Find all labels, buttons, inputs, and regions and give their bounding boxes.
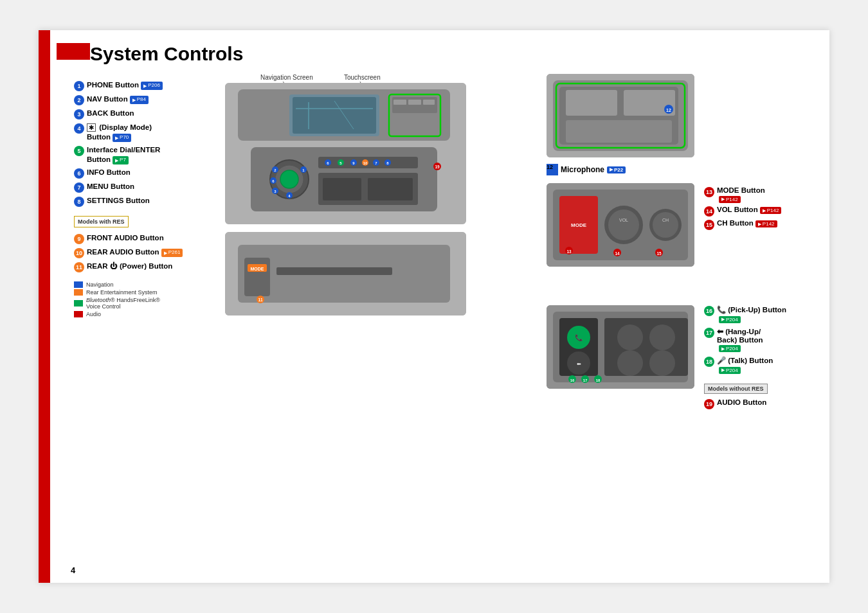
label-5: Interface Dial/ENTERButtonP7 [87, 145, 160, 164]
legend-color-audio [74, 311, 83, 317]
svg-point-71 [653, 212, 678, 238]
car-interior-diagram: 2 1 6 3 4 6 5 9 10 7 [225, 83, 466, 224]
page-title: System Controls [90, 43, 243, 65]
num-14: 14 [704, 206, 714, 217]
label-11: REAR ⏻ (Power) Button [87, 262, 172, 271]
num-18: 18 [704, 357, 714, 367]
ref-4[interactable]: P70 [113, 134, 131, 141]
svg-text:10: 10 [363, 161, 368, 165]
svg-text:📞: 📞 [575, 333, 583, 342]
svg-text:14: 14 [615, 251, 620, 256]
ref-14[interactable]: P142 [760, 207, 782, 214]
svg-rect-10 [392, 97, 437, 113]
phone-svg: 📞 ⬅ 16 17 18 [547, 305, 694, 389]
phone-controls-photo: 📞 ⬅ 16 17 18 [547, 305, 694, 389]
right-item-16: 16 📞 (Pick-Up) Button P204 [704, 305, 845, 323]
audio-svg: MODE VOL CH 13 14 15 [547, 183, 694, 267]
svg-text:16: 16 [570, 378, 575, 382]
num-8: 8 [74, 197, 84, 207]
right-phone-controls-text: 16 📞 (Pick-Up) Button P204 17 ⬅ (Hang-Up… [704, 305, 845, 412]
ref-17[interactable]: P204 [719, 345, 741, 352]
num-4: 4 [74, 123, 84, 134]
label-7: MENU Button [87, 182, 134, 191]
svg-rect-13 [423, 100, 435, 105]
right-item-18: 18 🎤 (Talk) Button P204 [704, 356, 845, 374]
num-2: 2 [74, 95, 84, 105]
legend-color-rear [74, 289, 83, 296]
num-19: 19 [704, 399, 714, 409]
legend-text-audio: Audio [86, 311, 101, 317]
svg-text:12: 12 [666, 108, 671, 112]
control-item-11: 11 REAR ⏻ (Power) Button [74, 262, 225, 272]
control-item-2: 2 NAV ButtonP84 [74, 94, 225, 105]
models-without-res: Models without RES 19 AUDIO Button [704, 382, 845, 409]
num-16: 16 [704, 306, 714, 316]
car-svg: 2 1 6 3 4 6 5 9 10 7 [225, 83, 466, 224]
right-item-19: 19 AUDIO Button [704, 398, 845, 409]
ref-13[interactable]: P142 [719, 196, 741, 203]
svg-point-68 [608, 209, 639, 240]
title-bar-red [57, 43, 90, 60]
svg-point-87 [617, 324, 643, 350]
label-18: 🎤 (Talk) Button P204 [717, 356, 773, 374]
svg-text:⬅: ⬅ [577, 361, 581, 367]
control-item-3: 3 BACK Button [74, 109, 225, 120]
ref-10[interactable]: P261 [161, 249, 183, 256]
control-item-8: 8 SETTINGS Button [74, 196, 225, 207]
ref-5[interactable]: P7 [113, 156, 129, 164]
audio-controls-photo: MODE VOL CH 13 14 15 [547, 183, 694, 267]
label-15: CH ButtonP142 [717, 219, 777, 228]
microphone-label-area: 12 Microphone P22 [547, 164, 626, 175]
control-item-6: 6 INFO Button [74, 168, 225, 179]
right-item-14: 14 VOL ButtonP142 [704, 206, 845, 217]
microphone-text: Microphone [561, 165, 604, 174]
res-diagram: MODE 11 [225, 232, 466, 315]
svg-text:17: 17 [583, 378, 588, 382]
legend-color-bt [74, 300, 83, 306]
red-sidebar: Quick Reference Guide [39, 30, 50, 583]
svg-rect-59 [566, 120, 672, 143]
models-without-res-label: Models without RES [704, 384, 768, 394]
page-number: 4 [71, 565, 75, 575]
svg-rect-43 [368, 178, 413, 200]
ref-12[interactable]: P22 [607, 166, 626, 173]
svg-rect-5 [293, 97, 376, 134]
ref-1[interactable]: P206 [141, 82, 163, 89]
label-1: PHONE ButtonP206 [87, 80, 163, 90]
label-17: ⬅ (Hang-Up/Back) Button P204 [717, 327, 763, 353]
overhead-console-photo: 12 [547, 74, 694, 157]
svg-rect-11 [393, 100, 406, 105]
label-2: NAV ButtonP84 [87, 94, 149, 104]
num-15: 15 [704, 220, 714, 230]
right-item-15: 15 CH ButtonP142 [704, 219, 845, 230]
ref-2[interactable]: P84 [130, 96, 149, 103]
right-item-13: 13 MODE Button P142 [704, 186, 845, 203]
svg-rect-42 [323, 178, 361, 200]
legend: Navigation Rear Entertainment System Blu… [74, 281, 225, 317]
right-controls-text: 13 MODE Button P142 14 VOL ButtonP142 15… [704, 186, 845, 233]
svg-rect-49 [244, 258, 270, 296]
num-10: 10 [74, 248, 84, 258]
control-item-5: 5 Interface Dial/ENTERButtonP7 [74, 145, 225, 164]
overhead-svg: 12 [547, 74, 694, 157]
control-item-7: 7 MENU Button [74, 182, 225, 193]
models-res-box: Models with RES [74, 212, 225, 230]
svg-rect-48 [276, 267, 392, 275]
svg-rect-57 [566, 90, 617, 116]
svg-text:MODE: MODE [571, 222, 587, 228]
control-item-9: 9 FRONT AUDIO Button [74, 233, 225, 244]
ref-16[interactable]: P204 [719, 316, 741, 323]
svg-text:19: 19 [435, 164, 440, 169]
svg-text:18: 18 [596, 378, 601, 382]
legend-audio: Audio [74, 311, 225, 317]
control-item-10: 10 REAR AUDIO ButtonP261 [74, 247, 225, 258]
ref-18[interactable]: P204 [719, 367, 741, 374]
label-9: FRONT AUDIO Button [87, 233, 164, 243]
legend-navigation: Navigation [74, 281, 225, 288]
label-10: REAR AUDIO ButtonP261 [87, 247, 183, 257]
left-controls-panel: 1 PHONE ButtonP206 2 NAV ButtonP84 3 BAC… [74, 80, 225, 319]
svg-rect-12 [408, 100, 421, 105]
legend-text-rear: Rear Entertainment System [86, 289, 158, 296]
num-12: 12 [547, 164, 558, 175]
ref-15[interactable]: P142 [755, 220, 777, 227]
